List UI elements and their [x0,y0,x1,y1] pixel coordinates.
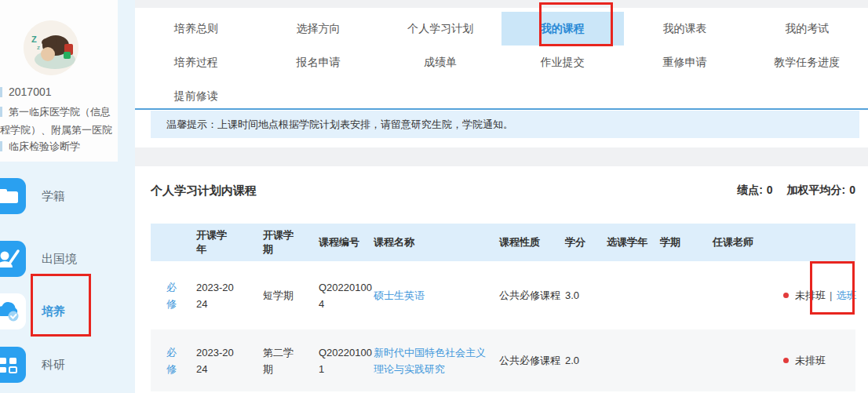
tab-transcript[interactable]: 成绩单 [379,45,501,79]
status-text: 未排班 [795,355,826,366]
header-course-code: 课程编号 [303,224,374,261]
tab-direction-selection[interactable]: 选择方向 [257,12,380,45]
tab-registration-apply[interactable]: 报名申请 [257,45,380,79]
card-header: 个人学习计划内课程 绩点:0 加权平均分:0 [151,179,855,202]
tab-personal-study-plan[interactable]: 个人学习计划 [379,12,501,45]
sidebar-item-label: 科研 [42,358,65,373]
header-tag [151,224,181,261]
status-cell: 未排班|选班 [783,261,855,329]
status-cell: 未排班 [783,329,855,391]
sidebar-item-label: 出国境 [42,252,77,267]
profile-bullet-icon [0,107,2,117]
open-term-cell: 第二学期 [250,329,303,391]
course-nature-cell: 公共必修课程 [499,261,565,329]
svg-text:z: z [37,44,40,51]
profile-bullet-icon [0,141,2,151]
header-open-term: 开课学期 [250,224,303,261]
header-select-year: 选课学年 [607,224,660,261]
table-header-row: 开课学年 开课学期 课程编号 课程名称 课程性质 学分 选课学年 学期 任课老师 [151,224,855,261]
course-table: 开课学年 开课学期 课程编号 课程名称 课程性质 学分 选课学年 学期 任课老师… [151,224,855,391]
sidebar-item-label: 学籍 [42,189,65,204]
avatar-doodle: Z z [24,20,78,75]
open-year-cell: 2023-2024 [181,329,250,391]
weighted-avg-value: 0 [849,184,855,196]
profile-bullet-icon [0,87,2,97]
student-id-row: 2017001 [0,86,52,98]
tab-teaching-task-progress[interactable]: 教学任务进度 [746,45,868,79]
tabs-divider [135,108,868,110]
sidebar-item-label: 培养 [42,304,65,319]
tab-homework-submit[interactable]: 作业提交 [501,45,624,79]
credits-cell: 3.0 [565,261,607,329]
course-plan-card: 个人学习计划内课程 绩点:0 加权平均分:0 开课学年 开课学期 课程编号 课程… [135,166,868,393]
course-code-cell: Q202201001 [303,329,374,391]
notice-bar: 温馨提示：上课时间地点根据学院计划表安排，请留意研究生院，学院通知。 [151,111,859,138]
notice-text: 温馨提示：上课时间地点根据学院计划表安排，请留意研究生院，学院通知。 [166,118,513,132]
profile-card: Z z 2017001 第一临床医学院（信息 程学院）、附属第一医院 临床检验诊… [0,0,118,162]
tab-training-process[interactable]: 培养过程 [135,45,257,79]
status-separator: | [830,289,832,301]
sidebar-item-student-status[interactable]: 学籍 [0,178,135,214]
status-dot-icon [783,358,789,363]
select-year-cell [607,261,660,329]
gpa-label: 绩点: [737,184,763,196]
tabs-grid: 培养总则 选择方向 个人学习计划 我的课程 我的课表 我的考试 培养过程 报名申… [135,12,868,113]
course-tag: 必修 [166,347,177,375]
department-row: 第一临床医学院（信息 程学院）、附属第一医院 [0,103,119,139]
svg-text:Z: Z [31,35,37,44]
major: 临床检验诊断学 [9,140,80,152]
course-name-link[interactable]: 硕士生英语 [374,289,425,301]
credits-cell: 2.0 [565,329,607,391]
open-term-cell: 短学期 [250,261,303,329]
header-teacher: 任课老师 [713,224,783,261]
sidebar-item-exit-entry[interactable]: 出国境 [0,241,135,277]
tabs-card: 培养总则 选择方向 个人学习计划 我的课程 我的课表 我的考试 培养过程 报名申… [135,8,868,147]
exit-entry-icon [0,241,26,277]
tab-training-rules[interactable]: 培养总则 [135,12,257,45]
tab-retake-apply[interactable]: 重修申请 [624,45,746,79]
table-row: 必修 2023-2024 第二学期 Q202201001 新时代中国特色社会主义… [151,329,855,391]
department-line1: 第一临床医学院（信息 [9,106,111,118]
course-nature-cell: 公共必修课程 [499,329,565,391]
gpa-stats: 绩点:0 加权平均分:0 [737,184,855,198]
course-tag: 必修 [166,282,177,310]
sidebar-item-training[interactable]: 培养 [0,293,135,329]
tab-my-timetable[interactable]: 我的课表 [624,12,746,45]
sidebar-item-research[interactable]: 科研 [0,347,135,383]
header-course-nature: 课程性质 [499,224,565,261]
header-actions [783,224,855,261]
select-term-cell [660,261,713,329]
course-code-cell: Q202201004 [303,261,374,329]
major-row: 临床检验诊断学 [0,140,80,153]
header-course-name: 课程名称 [374,224,499,261]
department-line2: 程学院）、附属第一医院 [0,121,119,139]
student-id: 2017001 [9,86,52,98]
select-year-cell [607,329,660,391]
teacher-cell [713,261,783,329]
select-term-cell [660,329,713,391]
status-text: 未排班 [795,289,826,301]
page-title: 个人学习计划内课程 [151,184,257,198]
qr-grid-icon [0,347,26,383]
weighted-avg-label: 加权平均分: [787,184,846,196]
header-credits: 学分 [565,224,607,261]
header-open-year: 开课学年 [181,224,250,261]
sidebar: Z z 2017001 第一临床医学院（信息 程学院）、附属第一医院 临床检验诊… [0,0,135,393]
cloud-icon [0,293,26,329]
table-row: 必修 2023-2024 短学期 Q202201004 硕士生英语 公共必修课程… [151,261,855,329]
tab-my-courses[interactable]: 我的课程 [501,12,624,45]
select-class-link[interactable]: 选班 [836,289,856,301]
tab-my-exams[interactable]: 我的考试 [746,12,868,45]
course-name-link[interactable]: 新时代中国特色社会主义理论与实践研究 [374,347,486,375]
status-dot-icon [783,293,789,298]
header-select-term: 学期 [660,224,713,261]
teacher-cell [713,329,783,391]
folder-icon [0,178,26,214]
gpa-value: 0 [767,184,773,196]
open-year-cell: 2023-2024 [181,261,250,329]
avatar: Z z [24,20,78,75]
